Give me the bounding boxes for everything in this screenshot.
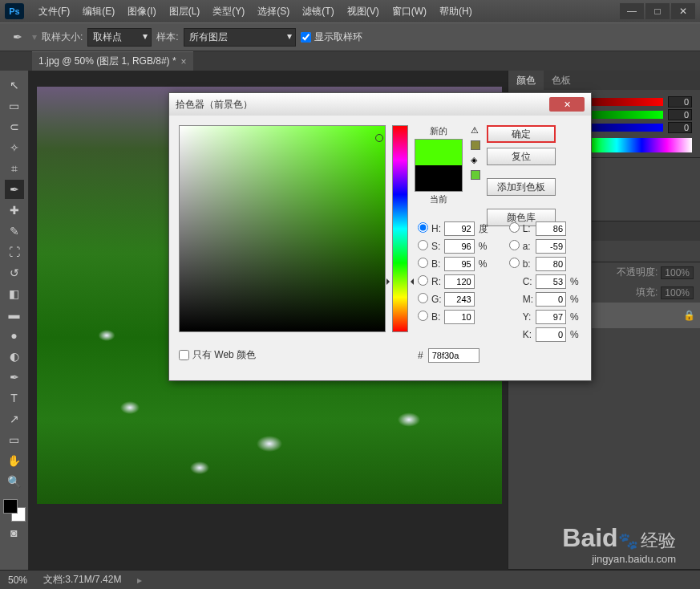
wand-tool[interactable]: ✧ — [5, 138, 24, 157]
m-unit: % — [570, 294, 581, 305]
dodge-tool[interactable]: ◐ — [5, 347, 24, 366]
menu-help[interactable]: 帮助(H) — [433, 3, 479, 20]
saturation-value-field[interactable] — [179, 125, 386, 332]
opacity-value[interactable]: 100% — [661, 266, 694, 279]
sampling-ring-checkbox[interactable]: 显示取样环 — [301, 30, 362, 44]
l-input[interactable] — [536, 221, 566, 236]
a-input[interactable] — [536, 239, 566, 254]
marquee-tool[interactable]: ▭ — [5, 96, 24, 116]
move-tool[interactable]: ↖ — [5, 75, 24, 95]
color-swatches[interactable] — [3, 499, 26, 522]
y-label: Y: — [523, 311, 533, 323]
bc-label: B: — [431, 311, 442, 323]
web-colors-only[interactable]: 只有 Web 颜色 — [179, 348, 256, 362]
radio-bc[interactable] — [418, 311, 428, 321]
labb-input[interactable] — [536, 257, 566, 271]
hex-input[interactable] — [428, 348, 479, 363]
add-to-swatches-button[interactable]: 添加到色板 — [487, 178, 556, 196]
radio-h[interactable] — [418, 222, 428, 233]
dialog-titlebar[interactable]: 拾色器（前景色） ✕ — [169, 93, 591, 116]
close-tab-icon[interactable]: × — [181, 56, 187, 67]
h-input[interactable] — [444, 221, 475, 236]
heal-tool[interactable]: ✚ — [5, 201, 24, 220]
blur-tool[interactable]: ● — [5, 326, 24, 345]
doc-size: 文档:3.71M/7.42M — [43, 573, 121, 587]
g-value[interactable]: 0 — [668, 109, 692, 120]
sv-cursor[interactable] — [375, 134, 383, 142]
watermark-url: jingyan.baidu.com — [562, 553, 676, 565]
eraser-tool[interactable]: ◧ — [5, 284, 24, 303]
c-input[interactable] — [536, 274, 566, 289]
eyedropper-tool[interactable]: ✒ — [5, 180, 24, 199]
r-input[interactable] — [444, 274, 475, 289]
s-input[interactable] — [444, 239, 475, 254]
quickmask-toggle[interactable]: ◙ — [5, 523, 24, 542]
cancel-button[interactable]: 复位 — [487, 148, 556, 165]
zoom-level[interactable]: 50% — [8, 575, 27, 586]
radio-b[interactable] — [418, 258, 428, 268]
gradient-tool[interactable]: ▬ — [5, 305, 24, 324]
tools-panel: ↖ ▭ ⊂ ✧ ⌗ ✒ ✚ ✎ ⛶ ↺ ◧ ▬ ● ◐ ✒ T ↗ ▭ ✋ 🔍 … — [0, 71, 29, 570]
stamp-tool[interactable]: ⛶ — [5, 242, 24, 262]
menu-layer[interactable]: 图层(L) — [163, 3, 207, 20]
y-input[interactable] — [536, 310, 566, 324]
maximize-button[interactable]: □ — [645, 3, 670, 19]
bb-unit: % — [479, 258, 490, 270]
radio-r[interactable] — [418, 275, 428, 286]
dialog-title: 拾色器（前景色） — [176, 98, 253, 112]
type-tool[interactable]: T — [5, 388, 24, 408]
sampling-ring-input[interactable] — [301, 32, 311, 43]
lasso-tool[interactable]: ⊂ — [5, 117, 24, 136]
zoom-tool[interactable]: 🔍 — [5, 472, 24, 491]
r-value[interactable]: 0 — [668, 96, 692, 108]
menu-image[interactable]: 图像(I) — [121, 3, 162, 20]
menu-view[interactable]: 视图(V) — [341, 3, 386, 20]
b-value[interactable]: 0 — [668, 122, 692, 133]
ok-button[interactable]: 确定 — [487, 125, 556, 143]
brush-tool[interactable]: ✎ — [5, 221, 24, 241]
current-color-swatch[interactable] — [415, 165, 462, 191]
hand-tool[interactable]: ✋ — [5, 451, 24, 470]
history-brush-tool[interactable]: ↺ — [5, 263, 24, 282]
menu-window[interactable]: 窗口(W) — [386, 3, 433, 20]
menu-file[interactable]: 文件(F) — [32, 3, 76, 20]
titlebar: Ps 文件(F) 编辑(E) 图像(I) 图层(L) 类型(Y) 选择(S) 滤… — [0, 0, 700, 22]
menu-edit[interactable]: 编辑(E) — [76, 3, 121, 20]
m-input[interactable] — [536, 292, 566, 307]
radio-g[interactable] — [418, 293, 428, 303]
radio-lab-b[interactable] — [509, 258, 520, 268]
gamut-warning-icon[interactable]: ⚠ — [471, 125, 480, 136]
crop-tool[interactable]: ⌗ — [5, 159, 24, 178]
radio-l[interactable] — [509, 222, 520, 233]
menu-filter[interactable]: 滤镜(T) — [296, 3, 340, 20]
radio-s[interactable] — [418, 240, 428, 250]
gamut-swatch[interactable] — [471, 140, 480, 150]
color-picker-dialog: 拾色器（前景色） ✕ 新的 当前 ⚠ ◈ 确定 复位 添加到色 — [168, 92, 592, 381]
path-tool[interactable]: ↗ — [5, 409, 24, 429]
options-bar: ✒ ▾ 取样大小: 取样点 样本: 所有图层 显示取样环 — [0, 22, 700, 51]
menu-type[interactable]: 类型(Y) — [206, 3, 251, 20]
shape-tool[interactable]: ▭ — [5, 430, 24, 449]
fill-value[interactable]: 100% — [661, 286, 694, 299]
k-input[interactable] — [536, 327, 566, 342]
new-color-swatch — [415, 140, 462, 165]
radio-a[interactable] — [509, 240, 520, 250]
tab-color[interactable]: 颜色 — [508, 71, 544, 90]
g-input[interactable] — [444, 292, 475, 307]
web-colors-checkbox[interactable] — [179, 350, 189, 360]
hue-slider[interactable] — [392, 125, 408, 332]
bc-input[interactable] — [444, 310, 475, 324]
minimize-button[interactable]: — — [620, 3, 644, 19]
sample-layer-dropdown[interactable]: 所有图层 — [184, 28, 296, 47]
dialog-close-button[interactable]: ✕ — [549, 97, 585, 112]
bb-input[interactable] — [444, 257, 475, 271]
document-tab[interactable]: 1.jpg @ 50% (图层 1, RGB/8#) * × — [32, 51, 193, 71]
websafe-swatch[interactable] — [471, 170, 480, 180]
sample-size-dropdown[interactable]: 取样点 — [87, 28, 152, 47]
menu-select[interactable]: 选择(S) — [251, 3, 296, 20]
websafe-icon[interactable]: ◈ — [471, 155, 480, 165]
close-button[interactable]: ✕ — [671, 3, 695, 19]
tab-swatches[interactable]: 色板 — [544, 71, 579, 90]
foreground-swatch[interactable] — [3, 499, 18, 514]
pen-tool[interactable]: ✒ — [5, 368, 24, 387]
